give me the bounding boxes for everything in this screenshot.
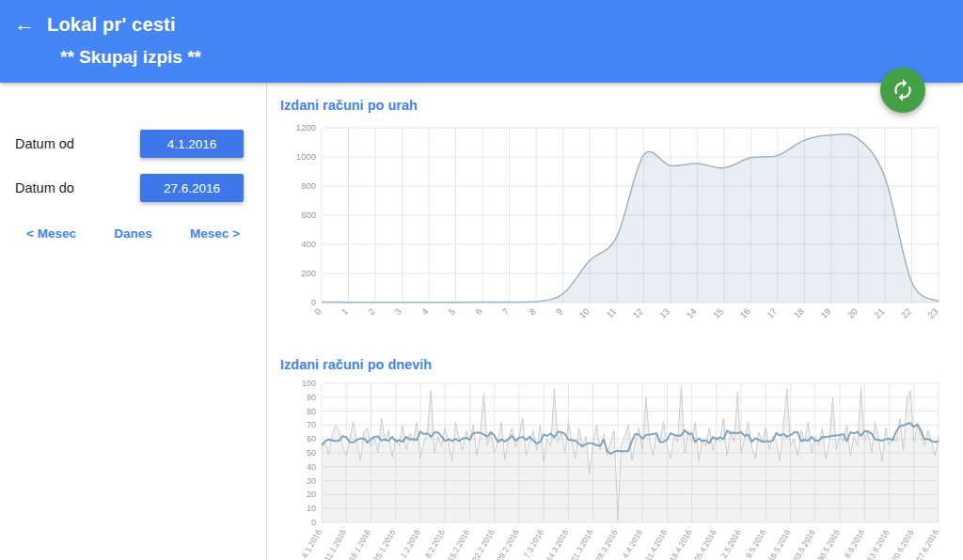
svg-text:8.2.2016: 8.2.2016 xyxy=(423,528,447,560)
hourly-chart-title: Izdani računi po urah xyxy=(280,98,963,113)
svg-text:21.3.2016: 21.3.2016 xyxy=(569,528,595,560)
svg-text:4: 4 xyxy=(419,306,431,318)
svg-text:6.6.2016: 6.6.2016 xyxy=(843,528,866,560)
svg-text:11.4.2016: 11.4.2016 xyxy=(643,528,669,560)
prev-month-link[interactable]: < Mesec xyxy=(26,226,76,241)
svg-text:27.6.2016: 27.6.2016 xyxy=(914,528,940,560)
hourly-chart: 0200400600800100012000123456789101112131… xyxy=(278,118,952,344)
svg-text:17: 17 xyxy=(765,306,779,320)
svg-text:25.4.2016: 25.4.2016 xyxy=(692,528,718,560)
app-header: ← Lokal pr' cesti ** Skupaj izpis ** xyxy=(0,0,963,83)
svg-text:50: 50 xyxy=(307,448,316,458)
refresh-icon xyxy=(891,78,915,102)
svg-text:28.3.2016: 28.3.2016 xyxy=(593,528,620,560)
svg-text:9: 9 xyxy=(554,306,565,318)
svg-text:90: 90 xyxy=(307,393,316,402)
svg-text:25.1.2016: 25.1.2016 xyxy=(371,528,398,560)
date-from-label: Datum od xyxy=(15,136,74,151)
svg-text:13.6.2016: 13.6.2016 xyxy=(865,528,892,560)
svg-text:200: 200 xyxy=(301,268,316,278)
svg-text:2.5.2016: 2.5.2016 xyxy=(719,528,743,560)
svg-text:11.1.2016: 11.1.2016 xyxy=(323,528,348,560)
svg-text:400: 400 xyxy=(301,239,316,249)
svg-text:14.3.2016: 14.3.2016 xyxy=(545,528,571,560)
svg-text:2: 2 xyxy=(366,306,377,318)
svg-text:16.5.2016: 16.5.2016 xyxy=(766,528,793,560)
svg-text:800: 800 xyxy=(301,180,316,191)
next-month-link[interactable]: Mesec > xyxy=(190,226,240,241)
svg-text:22: 22 xyxy=(899,306,913,320)
svg-text:19: 19 xyxy=(818,306,832,320)
svg-text:1000: 1000 xyxy=(296,151,316,162)
date-to-label: Datum do xyxy=(15,180,74,195)
svg-text:10: 10 xyxy=(576,306,591,320)
svg-text:15: 15 xyxy=(711,306,725,320)
daily-chart: 01020304050607080901004.1.201611.1.20161… xyxy=(278,378,952,556)
svg-text:30: 30 xyxy=(307,476,316,486)
svg-text:1.2.2016: 1.2.2016 xyxy=(398,528,421,560)
svg-text:70: 70 xyxy=(307,420,316,429)
svg-text:100: 100 xyxy=(302,379,316,388)
svg-text:10: 10 xyxy=(307,504,316,513)
svg-text:21: 21 xyxy=(872,306,886,320)
refresh-fab[interactable] xyxy=(880,68,925,113)
svg-text:11: 11 xyxy=(604,306,618,320)
svg-text:30.5.2016: 30.5.2016 xyxy=(815,528,842,560)
svg-text:20: 20 xyxy=(307,490,316,499)
svg-text:15.2.2016: 15.2.2016 xyxy=(446,528,472,560)
svg-text:4.4.2016: 4.4.2016 xyxy=(621,528,644,560)
svg-text:7.3.2016: 7.3.2016 xyxy=(522,528,545,560)
today-link[interactable]: Danes xyxy=(114,226,152,241)
svg-text:13: 13 xyxy=(657,306,671,320)
date-to-button[interactable]: 27.6.2016 xyxy=(140,174,244,202)
svg-text:80: 80 xyxy=(307,407,316,416)
svg-text:20.6.2016: 20.6.2016 xyxy=(890,528,916,560)
svg-text:18: 18 xyxy=(792,306,806,320)
svg-text:8: 8 xyxy=(527,306,538,318)
page-title: Lokal pr' cesti xyxy=(47,14,176,36)
svg-text:7: 7 xyxy=(500,306,512,318)
svg-text:14: 14 xyxy=(684,306,698,320)
svg-text:22.2.2016: 22.2.2016 xyxy=(470,528,497,560)
svg-text:6: 6 xyxy=(473,306,484,318)
daily-chart-title: Izdani računi po dnevih xyxy=(280,357,963,372)
svg-text:3: 3 xyxy=(392,306,403,318)
svg-text:1200: 1200 xyxy=(296,122,316,132)
svg-text:29.2.2016: 29.2.2016 xyxy=(495,528,521,560)
svg-text:16: 16 xyxy=(738,306,752,320)
svg-text:18.1.2016: 18.1.2016 xyxy=(347,528,373,560)
svg-text:5: 5 xyxy=(446,306,457,318)
svg-text:600: 600 xyxy=(301,210,316,220)
svg-text:60: 60 xyxy=(307,434,316,443)
svg-text:18.4.2016: 18.4.2016 xyxy=(668,528,694,560)
page-subtitle: ** Skupaj izpis ** xyxy=(60,47,201,67)
date-from-button[interactable]: 4.1.2016 xyxy=(140,130,244,158)
svg-text:40: 40 xyxy=(307,462,316,472)
svg-text:23: 23 xyxy=(925,306,939,320)
back-icon[interactable]: ← xyxy=(13,13,36,36)
svg-text:1: 1 xyxy=(339,306,350,318)
page: ← Lokal pr' cesti ** Skupaj izpis ** Dat… xyxy=(0,0,963,560)
svg-text:9.5.2016: 9.5.2016 xyxy=(744,528,767,560)
sidebar: Datum od 4.1.2016 Datum do 27.6.2016 < M… xyxy=(0,83,266,560)
svg-text:20: 20 xyxy=(845,306,860,320)
svg-text:0: 0 xyxy=(311,518,316,527)
main-content: Izdani računi po urah 020040060080010001… xyxy=(267,83,963,560)
svg-text:4.1.2016: 4.1.2016 xyxy=(300,528,324,560)
svg-text:23.5.2016: 23.5.2016 xyxy=(791,528,817,560)
svg-text:0: 0 xyxy=(312,306,324,318)
svg-text:12: 12 xyxy=(630,306,644,320)
